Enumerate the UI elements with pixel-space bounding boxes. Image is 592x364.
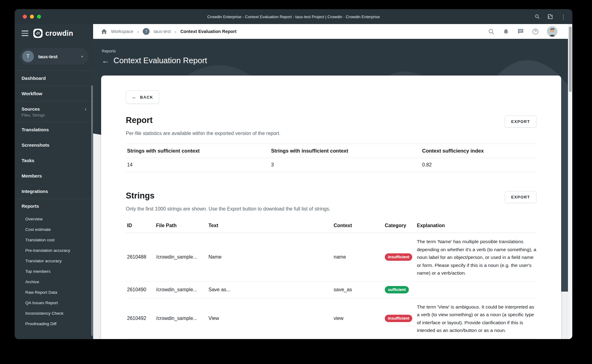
- sidebar-item-inconsistency-check[interactable]: Inconsistency Check: [15, 308, 93, 318]
- sidebar-item-qa-issues-report[interactable]: QA Issues Report: [15, 297, 93, 308]
- project-avatar: T: [22, 51, 34, 62]
- titlebar: Crowdin Enterprise - Context Evaluation …: [15, 9, 572, 24]
- hamburger-menu-icon[interactable]: [22, 31, 28, 36]
- report-export-button[interactable]: EXPORT: [505, 116, 536, 128]
- stat-value: 14: [127, 162, 271, 168]
- category-badge: sufficient: [385, 286, 409, 293]
- sidebar-item-reports[interactable]: Reports: [15, 199, 93, 213]
- sidebar-item-integrations[interactable]: Integrations: [15, 183, 93, 199]
- cell-context: save_as: [334, 287, 385, 292]
- sidebar: crowdin T taus-test ▾ Dashboard Workflow…: [15, 24, 93, 339]
- cell-file-path: /crowdin_sample...: [156, 316, 208, 321]
- crowdin-logo-icon: [33, 29, 43, 38]
- cell-id: 2610490: [127, 287, 156, 292]
- project-selector[interactable]: T taus-test ▾: [19, 48, 88, 65]
- cell-text: View: [208, 316, 334, 321]
- strings-description: Only the first 1000 strings are shown. U…: [126, 206, 536, 212]
- browser-menu-icon[interactable]: ⋮: [561, 14, 566, 19]
- column-header-context: Context: [334, 223, 385, 228]
- topbar: Workspace › T taus-test › Context Evalua…: [93, 24, 572, 39]
- sidebar-scrollbar[interactable]: [91, 85, 93, 336]
- close-window-button[interactable]: [23, 15, 27, 19]
- cell-id: 2610488: [127, 254, 156, 260]
- sidebar-item-cost-estimate[interactable]: Cost estimate: [15, 224, 93, 235]
- zoom-window-button[interactable]: [37, 15, 41, 19]
- sidebar-item-tasks[interactable]: Tasks: [15, 153, 93, 168]
- cell-context: view: [334, 316, 385, 321]
- report-card: ← BACK Report EXPORT Per-file statistics…: [101, 76, 561, 339]
- page-scrollbar: [568, 24, 572, 339]
- breadcrumb-project-avatar: T: [143, 28, 150, 35]
- strings-export-button[interactable]: EXPORT: [505, 191, 536, 203]
- sidebar-item-archive[interactable]: Archive: [15, 276, 93, 287]
- report-stats-table: Strings with sufficient context Strings …: [126, 144, 536, 172]
- cell-explanation: The term 'View' is ambiguous. It could b…: [417, 298, 536, 338]
- breadcrumb-current-page: Context Evaluation Report: [180, 29, 236, 34]
- category-badge: insufficient: [385, 253, 412, 261]
- column-header-file-path: File Path: [156, 223, 208, 228]
- messages-icon[interactable]: [517, 28, 524, 35]
- cell-text: Name: [208, 254, 334, 260]
- app-window: Crowdin Enterprise - Context Evaluation …: [15, 9, 572, 339]
- column-header-text: Text: [208, 223, 334, 228]
- titlebar-search-icon[interactable]: [535, 14, 540, 19]
- sidebar-item-proofreading-diff[interactable]: Proofreading Diff: [15, 318, 93, 329]
- category-badge: insufficient: [385, 315, 412, 322]
- page-scrollbar-thumb[interactable]: [569, 27, 572, 92]
- stat-value: 3: [271, 162, 422, 168]
- sidebar-item-overview[interactable]: Overview: [15, 214, 93, 224]
- sidebar-item-translations[interactable]: Translations: [15, 122, 93, 137]
- main-area: Workspace › T taus-test › Context Evalua…: [93, 24, 572, 339]
- reports-submenu: Overview Cost estimate Translation cost …: [15, 213, 93, 333]
- table-row: 2610492 /crowdin_sample... View view ins…: [126, 298, 536, 339]
- cell-explanation: The term 'Name' has multiple possible tr…: [417, 233, 536, 281]
- sidebar-item-members[interactable]: Members: [15, 168, 93, 183]
- cell-id: 2610492: [127, 316, 156, 321]
- home-icon[interactable]: [101, 29, 107, 34]
- column-header-id: ID: [127, 223, 156, 228]
- page-back-arrow-icon[interactable]: ←: [102, 56, 109, 65]
- window-title: Crowdin Enterprise - Context Evaluation …: [15, 14, 572, 19]
- cell-file-path: /crowdin_sample...: [156, 287, 208, 292]
- stat-header: Strings with sufficient context: [127, 148, 271, 154]
- user-avatar[interactable]: [547, 26, 557, 37]
- page-title: Context Evaluation Report: [113, 56, 207, 65]
- search-icon[interactable]: [488, 28, 495, 35]
- cell-file-path: /crowdin_sample...: [156, 254, 208, 260]
- sidebar-item-pre-translation-accuracy[interactable]: Pre-translation accuracy: [15, 245, 93, 256]
- breadcrumb-chevron-icon: ›: [137, 29, 139, 34]
- breadcrumb-workspace[interactable]: Workspace: [111, 29, 133, 34]
- cell-context: name: [334, 254, 385, 260]
- stat-header: Strings with insufficient context: [271, 148, 422, 154]
- strings-table: ID File Path Text Context Category Expla…: [126, 219, 536, 339]
- extensions-icon[interactable]: [547, 14, 553, 20]
- sidebar-item-raw-report-data[interactable]: Raw Report Data: [15, 287, 93, 297]
- chevron-right-icon: ›: [85, 106, 86, 112]
- column-header-explanation: Explanation: [417, 223, 536, 228]
- column-header-category: Category: [385, 223, 417, 228]
- table-row: 2610490 /crowdin_sample... Save as... sa…: [126, 281, 536, 298]
- breadcrumb-project[interactable]: taus-test: [154, 29, 171, 34]
- notifications-bell-icon[interactable]: [503, 28, 509, 35]
- sidebar-item-screenshots[interactable]: Screenshots: [15, 137, 93, 153]
- sidebar-item-dashboard[interactable]: Dashboard: [15, 70, 93, 86]
- page-eyebrow: Reports: [102, 49, 207, 53]
- sidebar-item-translator-accuracy[interactable]: Translator accuracy: [15, 256, 93, 266]
- traffic-lights: [23, 15, 41, 19]
- sidebar-item-top-members[interactable]: Top members: [15, 266, 93, 276]
- caret-down-icon: ▾: [81, 55, 83, 59]
- sources-sublabel: Files, Strings: [15, 113, 93, 122]
- cell-text: Save as...: [208, 287, 334, 292]
- sidebar-item-workflow[interactable]: Workflow: [15, 86, 93, 101]
- back-button[interactable]: ← BACK: [126, 90, 159, 104]
- crowdin-wordmark: crowdin: [45, 29, 73, 38]
- project-name: taus-test: [38, 54, 77, 59]
- stat-header: Context sufficiency index: [422, 148, 535, 154]
- strings-table-header: ID File Path Text Context Category Expla…: [126, 219, 536, 233]
- stat-value: 0.82: [422, 162, 535, 168]
- crowdin-logo[interactable]: crowdin: [33, 29, 73, 38]
- sidebar-item-translation-cost[interactable]: Translation cost: [15, 235, 93, 245]
- report-section-title: Report: [126, 116, 153, 125]
- minimize-window-button[interactable]: [30, 15, 34, 19]
- help-icon[interactable]: [532, 28, 539, 35]
